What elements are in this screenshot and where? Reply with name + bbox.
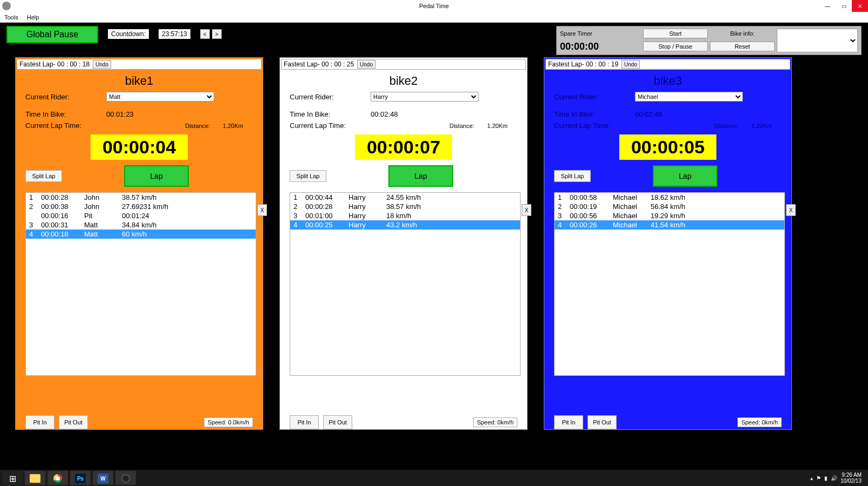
lap-table[interactable]: 100:00:44Harry24.55 km/h200:00:28Harry38… (290, 192, 521, 376)
lap-timer: 00:00:05 (619, 134, 716, 160)
fastest-lap-bar: Fastest Lap- 00 : 00 : 18Undo (17, 59, 262, 70)
spare-start-button[interactable]: Start (643, 29, 708, 38)
split-lap-button[interactable]: Split Lap (554, 170, 591, 182)
table-row[interactable]: 300:00:31Matt34.84 km/h (26, 220, 256, 230)
tray-flag-icon[interactable]: ⚑ (816, 475, 821, 481)
lap-table[interactable]: 100:00:28John38.57 km/h200:00:38John27.6… (25, 192, 256, 376)
app-title: Pedal Time (419, 3, 449, 9)
tray-chevron-icon[interactable]: ▴ (810, 475, 813, 481)
prev-button[interactable]: < (200, 29, 210, 39)
pit-in-button[interactable]: Pit In (554, 415, 583, 429)
time-in-bike-value: 00:02:48 (635, 110, 662, 118)
split-lap-button[interactable]: Split Lap (25, 170, 62, 182)
table-row[interactable]: 200:00:38John27.69231 km/h (26, 202, 256, 211)
pit-in-button[interactable]: Pit In (290, 415, 319, 429)
rider-select[interactable]: Michael (635, 92, 743, 102)
bike-info-label: Bike info: (710, 30, 775, 37)
pit-out-button[interactable]: Pit Out (59, 415, 88, 429)
current-lap-row: Current Lap Time: (16, 120, 116, 131)
delete-lap-button[interactable]: X (522, 204, 531, 216)
current-rider-label: Current Rider: (554, 93, 635, 101)
taskbar-photoshop[interactable]: Ps (70, 471, 91, 485)
table-row[interactable]: 400:00:18Matt60 km/h (26, 230, 256, 239)
table-row[interactable]: 200:00:19Michael56.84 km/h (555, 202, 784, 211)
menu-tools[interactable]: Tools (2, 13, 20, 22)
lap-table[interactable]: 100:00:58Michael18.62 km/h200:00:19Micha… (554, 192, 785, 376)
lap-timer: 00:00:04 (91, 134, 188, 160)
spare-timer-panel: Spare Timer Start Bike info: 00:00:00 St… (556, 26, 862, 55)
tray-network-icon[interactable]: ▮ (824, 475, 828, 481)
start-button[interactable]: ⊞ (2, 471, 23, 485)
bottom-row: Pit InPit OutSpeed: 0km/h (280, 411, 527, 429)
time-in-bike-label: Time In Bike: (25, 110, 106, 118)
titlebar: Pedal Time — ▭ ✕ (0, 0, 868, 12)
table-row[interactable]: 300:00:56Michael19.29 km/h (555, 211, 784, 220)
distance-row: Distance:1.20Km (380, 122, 527, 130)
taskbar-app[interactable] (115, 471, 136, 485)
delete-lap-button[interactable]: X (786, 204, 796, 216)
bike-info-select[interactable] (777, 29, 858, 52)
speed-display: Speed: 0km/h (473, 417, 517, 427)
fastest-lap-bar: Fastest Lap- 00 : 00 : 25Undo (281, 59, 526, 70)
table-row[interactable]: 100:00:58Michael18.62 km/h (555, 193, 784, 202)
table-row[interactable]: 200:00:28Harry38.57 km/h (290, 202, 520, 211)
current-rider-row: Current Rider:Michael (544, 90, 791, 103)
taskbar-chrome[interactable] (47, 471, 68, 485)
lap-button[interactable]: Lap (124, 165, 189, 187)
time-in-bike-row: Time In Bike:00:02:48 (280, 109, 527, 120)
rider-select[interactable]: Harry (371, 92, 479, 102)
undo-button[interactable]: Undo (621, 60, 640, 69)
bike-name: bike3 (544, 71, 791, 90)
lap-button[interactable]: Lap (388, 165, 453, 187)
table-row[interactable]: 300:01:00Harry18 km/h (290, 211, 520, 220)
table-row[interactable]: 400:00:25Harry43.2 km/h (290, 220, 520, 230)
undo-button[interactable]: Undo (93, 60, 111, 69)
pit-out-button[interactable]: Pit Out (323, 415, 352, 429)
minimize-button[interactable]: — (819, 0, 836, 12)
undo-button[interactable]: Undo (357, 60, 375, 69)
taskbar-word[interactable]: W (93, 471, 113, 485)
bike-panel-3: Fastest Lap- 00 : 00 : 19Undobike3Curren… (544, 57, 792, 430)
bike-name: bike1 (16, 71, 263, 90)
lap-button[interactable]: Lap (653, 165, 717, 187)
nav-buttons: < > (200, 29, 222, 39)
current-lap-row: Current Lap Time: (544, 120, 645, 131)
menu-help[interactable]: Help (25, 13, 42, 22)
app-icon (2, 2, 11, 10)
taskbar-clock[interactable]: 9:26 AM 10/02/13 (840, 472, 862, 484)
spare-stop-button[interactable]: Stop / Pause (643, 42, 708, 51)
maximize-button[interactable]: ▭ (836, 0, 852, 12)
spare-timer-label: Spare Timer (560, 30, 641, 37)
pit-in-button[interactable]: Pit In (25, 415, 54, 429)
lap-timer: 00:00:07 (355, 134, 452, 160)
global-pause-button[interactable]: Global Pause (6, 26, 98, 43)
pit-out-button[interactable]: Pit Out (587, 415, 617, 429)
rider-select[interactable]: Matt (106, 92, 214, 102)
table-row[interactable]: 00:00:16Pit00:01:24 (26, 211, 256, 220)
next-button[interactable]: > (212, 29, 222, 39)
table-row[interactable]: 400:00:26Michael41.54 km/h (555, 220, 784, 230)
split-lap-button[interactable]: Split Lap (290, 170, 326, 182)
bike-name: bike2 (280, 71, 527, 90)
bike-panel-2: Fastest Lap- 00 : 00 : 25Undobike2Curren… (279, 57, 528, 430)
tray-volume-icon[interactable]: 🔊 (831, 475, 837, 481)
distance-value: 1.20Km (487, 123, 508, 129)
current-rider-row: Current Rider:Harry (280, 90, 527, 103)
table-row[interactable]: 100:00:44Harry24.55 km/h (290, 193, 520, 202)
lap-controls: Split LapLap (544, 165, 791, 190)
time-in-bike-row: Time In Bike:00:01:23 (16, 109, 263, 120)
countdown-value: 23:57:13 (159, 29, 190, 39)
delete-lap-button[interactable]: X (257, 204, 267, 216)
spare-reset-button[interactable]: Reset (710, 42, 775, 51)
table-row[interactable]: 100:00:28John38.57 km/h (26, 193, 256, 202)
current-rider-row: Current Rider:Matt (16, 90, 263, 103)
current-lap-label: Current Lap Time: (554, 122, 635, 130)
taskbar-explorer[interactable] (25, 471, 45, 485)
distance-row: Distance:1.20Km (645, 122, 791, 130)
bike-panels: Fastest Lap- 00 : 00 : 18Undobike1Curren… (0, 57, 868, 430)
fastest-lap-text: Fastest Lap- 00 : 00 : 19 (548, 60, 618, 68)
close-button[interactable]: ✕ (852, 0, 868, 12)
time-in-bike-label: Time In Bike: (554, 110, 635, 118)
distance-label: Distance: (185, 123, 210, 129)
spare-timer-value: 00:00:00 (560, 41, 641, 52)
